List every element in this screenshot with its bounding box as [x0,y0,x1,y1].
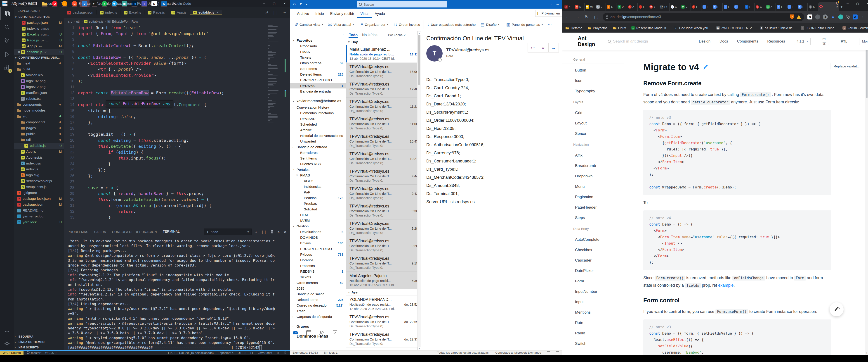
chevron-icon[interactable]: › [292,325,293,328]
editor-tab[interactable]: JSApp.js [168,10,190,15]
browser-tab[interactable]: FF [712,3,723,11]
tree-item[interactable]: {}manifest.json [14,90,64,96]
sidebar-item-autocomplete[interactable]: AutoComplete [562,234,624,245]
browser-tab[interactable]: DD [616,3,627,11]
bookmark-item[interactable]: Linux [613,26,626,30]
chevron-icon[interactable]: ∨ [292,39,294,42]
editor-tab[interactable]: JSeditable.js× [190,10,222,15]
status-item[interactable]: Lín. 12, Col. 29 (15 seleccionada) [168,351,214,355]
tree-item[interactable]: iREADME.md [14,207,64,213]
message-list-item[interactable]: TPVVirtual@redsys.esConfirmación On Line… [346,63,421,80]
sidebar-item-switch[interactable]: Switch [562,338,624,349]
folder-item[interactable]: Incidencias [290,184,346,189]
folder-item[interactable]: Unwanted [290,138,346,144]
folder-item[interactable]: Deleted Items225 [290,297,346,303]
sidebar-item-button[interactable]: Button [562,65,624,76]
taskbar-settings[interactable] [169,0,179,7]
open-editor-item[interactable]: JSExcel.jscom...U [14,31,64,37]
split-terminal-icon[interactable]: ❘❘ [261,230,267,234]
bookmark-item[interactable]: Hefame [565,26,582,30]
start-button[interactable] [0,0,10,7]
extension-icon[interactable]: A [852,15,858,20]
bookmark-item[interactable]: ≡Forum - Witch - [3... [842,26,868,30]
ribbon-button[interactable]: ≡Organizar por▾ [358,20,391,30]
chevron-icon[interactable]: › [292,146,293,148]
folder-item[interactable]: Otros correos59 [290,280,346,285]
folder-item[interactable]: Scheduled [290,121,346,127]
message-list-item[interactable]: TPVVirtual@redsys.esConfirmación On Line… [346,330,421,348]
panel-tab-consola-de-depuración[interactable]: CONSOLA DE DEPURACIÓN [112,230,157,234]
scroll-down-icon[interactable]: ▼ [417,346,421,350]
message-list-item[interactable]: Mari Angeles Pajuelo...Notificación de p… [346,272,421,289]
breadcrumb-item[interactable]: EditableFormRow [112,20,138,23]
folder-item[interactable]: Archive [290,127,346,133]
folder-item[interactable]: ›Carpetas de búsqueda [290,314,346,319]
window-control[interactable]: ─ [843,0,852,7]
taskbar-search-icon[interactable] [10,0,20,7]
taskbar-brave[interactable]: B [70,0,80,7]
folder-item[interactable]: ERRORES PEDIDO [290,77,346,83]
taskbar-outlook[interactable]: O [159,0,169,7]
ribbon-button[interactable]: ▤Diseño▾ [478,20,502,30]
status-item[interactable]: Espacios: 4 [218,351,234,355]
folder-item[interactable]: ›Conversation History [290,105,346,110]
folder-item[interactable]: Procesado [290,43,346,49]
browser-tab[interactable]: MM [574,3,585,11]
editor-tab[interactable]: JSindex.js [96,10,121,15]
folder-item[interactable]: Otros correos59 [290,60,346,66]
tree-item[interactable]: util [14,137,64,143]
tree-item[interactable]: JSApp.test.js [14,155,64,160]
browser-tab[interactable]: LL [595,3,606,11]
extension-icon[interactable] [815,15,820,20]
reading-view-icon[interactable] [556,351,559,354]
forward-icon[interactable]: → [574,15,581,20]
status-item[interactable]: UTF-8 [238,351,246,355]
message-list-item[interactable]: TPVVirtual@redsys.esConfirmación On Line… [346,80,421,98]
tree-item[interactable]: ▦logo512.png [14,84,64,90]
status-item[interactable]: ⊘ 0 ⚠ 0 [45,351,57,355]
more-button[interactable]: More∨ [859,38,868,45]
panel-tab-terminal[interactable]: TERMINAL [163,230,180,234]
calendar-nav-icon[interactable] [306,330,311,336]
bookmark-item[interactable]: ◍osTicket :: Inicio de... [760,26,796,30]
edit-pencil-icon[interactable] [703,64,709,70]
message-list-item[interactable]: TPVVirtual@redsys.esConfirmación On Line… [346,237,421,254]
open-editor-item[interactable]: npackage.jsonM [14,20,64,26]
ribbon-button[interactable]: ⋯ [545,20,554,30]
window-control[interactable]: ✕ [279,0,290,7]
tree-item[interactable]: ≡robots.txt [14,96,64,102]
folder-item[interactable]: Bandeja de salida [290,291,346,297]
browser-tab[interactable]: AA [563,3,574,11]
browser-tab[interactable]: AA [765,3,776,11]
folder-item[interactable]: Sent Items [290,66,346,72]
rtl-button[interactable]: RTL [838,38,850,45]
folder-item[interactable]: Correo no deseado[122] [290,303,346,308]
notifications-bell-icon[interactable] [283,351,287,355]
message-list-item[interactable]: TPVVirtual@redsys.esConfirmación On Line… [346,98,421,115]
status-item[interactable]: ☺ [276,351,279,355]
status-item[interactable]: master* [27,351,41,355]
scroll-down-icon[interactable]: ▼ [865,352,868,355]
open-editors-header[interactable]: ∨EDITORES ABIERTOS [14,14,64,20]
forward-icon[interactable]: → [548,43,559,53]
sidebar-item-form[interactable]: Form [562,276,624,286]
ant-search[interactable] [603,39,699,44]
message-list-item[interactable]: TPVVirtual@redsys.esConfirmación On Line… [346,132,421,150]
message-list-item[interactable]: TPVVirtual@redsys.esConfirmación On Line… [346,150,421,167]
scroll-up-icon[interactable]: ▲ [417,31,421,35]
settings-gear-icon[interactable] [0,337,14,350]
browser-tab[interactable]: FF [702,3,712,11]
sidebar-item-rate[interactable]: Rate [562,318,624,328]
shield-extension-icon[interactable]: 3 [790,15,794,20]
open-editor-item[interactable]: ×JSeditable.jssr...U [14,49,64,55]
browser-tab[interactable]: FF [797,3,808,11]
maximize-panel-icon[interactable]: ∧ [277,230,280,234]
address-bar[interactable]: ant.design/components/form/v3 3 [602,13,804,21]
sidebar-item-pageheader[interactable]: PageHeader [562,202,624,213]
section-línea-de-tiempo[interactable]: ›LÍNEA DE TIEMPO [14,339,64,345]
folder-item[interactable]: Envios180 [290,240,346,246]
taskbar-notion[interactable]: N [149,0,159,7]
sidebar-item-space[interactable]: Space [562,129,624,139]
sidebar-item-typography[interactable]: Typography [562,86,624,96]
window-control[interactable]: ▢ [852,0,863,7]
